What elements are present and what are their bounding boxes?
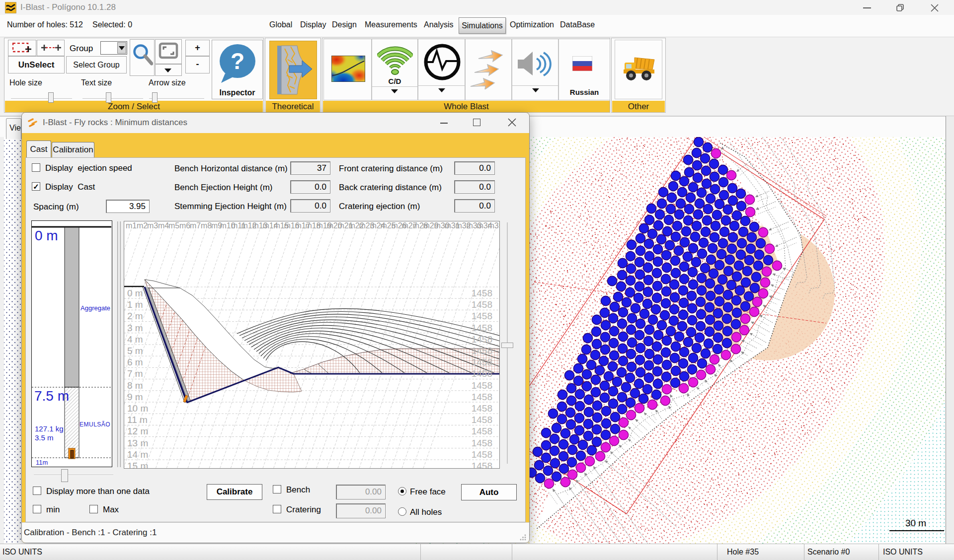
svg-text:1458: 1458 <box>472 426 492 436</box>
svg-text:6 m: 6 m <box>127 357 143 367</box>
svg-text:1458: 1458 <box>472 415 492 425</box>
svg-text:5 m: 5 m <box>127 346 143 356</box>
svg-text:7.5 m: 7.5 m <box>34 388 69 404</box>
svg-text:?: ? <box>231 48 244 74</box>
svg-text:m6: m6 <box>179 221 190 230</box>
svg-text:m3: m3 <box>147 221 158 230</box>
svg-text:3 m: 3 m <box>127 323 143 333</box>
svg-text:1458: 1458 <box>472 461 492 468</box>
svg-text:10 m: 10 m <box>127 403 148 414</box>
svg-text:0 m: 0 m <box>127 288 143 298</box>
svg-text:8 m: 8 m <box>127 380 143 391</box>
svg-text:7 m: 7 m <box>127 368 143 379</box>
svg-text:9 m: 9 m <box>127 392 143 402</box>
svg-text:m5: m5 <box>168 221 179 230</box>
svg-text:1458: 1458 <box>472 368 492 379</box>
svg-text:1458: 1458 <box>472 323 492 333</box>
svg-text:14 m: 14 m <box>127 449 148 460</box>
svg-text:m8: m8 <box>201 221 212 230</box>
svg-text:1458: 1458 <box>472 403 492 414</box>
svg-text:1458: 1458 <box>472 334 492 345</box>
svg-text:1458: 1458 <box>472 380 492 391</box>
svg-text:127.1 kg: 127.1 kg <box>35 424 64 433</box>
svg-text:11m: 11m <box>36 459 48 466</box>
svg-text:15 m: 15 m <box>127 461 148 468</box>
svg-text:1458: 1458 <box>472 288 492 298</box>
svg-text:1458: 1458 <box>472 311 492 321</box>
svg-text:12 m: 12 m <box>127 426 148 436</box>
svg-text:13 m: 13 m <box>127 438 148 448</box>
svg-text:EMULSÃO: EMULSÃO <box>80 421 110 428</box>
svg-text:m1: m1 <box>126 221 137 230</box>
svg-text:Aggregate: Aggregate <box>80 304 110 312</box>
svg-text:4 m: 4 m <box>127 334 143 345</box>
svg-text:2 m: 2 m <box>127 311 143 321</box>
svg-text:0 m: 0 m <box>35 228 58 243</box>
svg-text:m2: m2 <box>137 221 148 230</box>
svg-text:1458: 1458 <box>472 357 492 367</box>
svg-text:1458: 1458 <box>472 449 492 460</box>
svg-text:m4: m4 <box>158 221 169 230</box>
svg-text:1 m: 1 m <box>127 299 143 310</box>
svg-text:m7: m7 <box>190 221 201 230</box>
svg-text:3.5 m: 3.5 m <box>35 433 54 442</box>
svg-text:1458: 1458 <box>472 438 492 448</box>
svg-text:1458: 1458 <box>472 346 492 356</box>
svg-text:1458: 1458 <box>472 392 492 402</box>
svg-text:m35: m35 <box>487 221 499 230</box>
svg-text:30 m: 30 m <box>905 518 926 528</box>
svg-text:11 m: 11 m <box>127 415 148 425</box>
svg-text:1458: 1458 <box>472 299 492 310</box>
